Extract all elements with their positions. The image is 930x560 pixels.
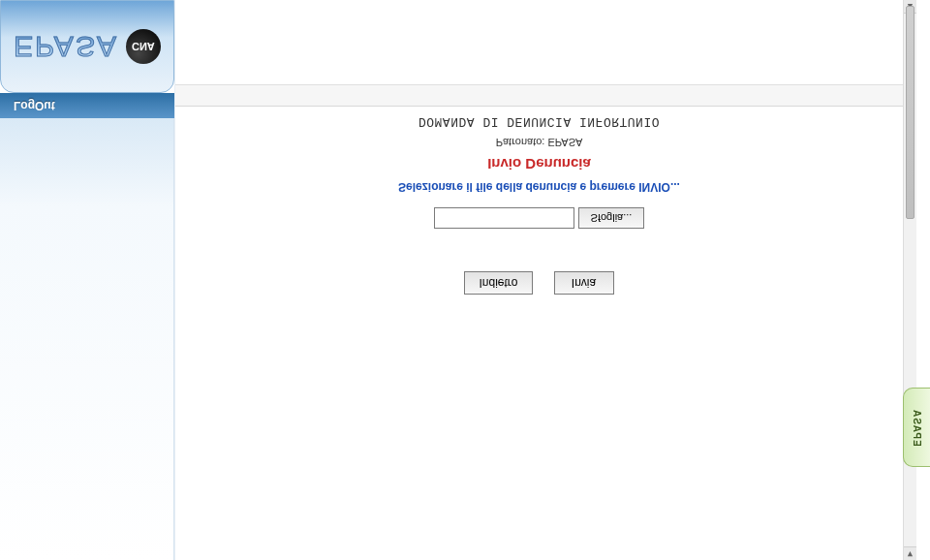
vertical-scrollbar[interactable]: ▲ ▼ <box>903 0 916 560</box>
side-tab[interactable]: EPASA <box>903 388 930 467</box>
patronato-label: Patronato <box>496 137 548 148</box>
send-button[interactable]: Invia <box>554 271 614 295</box>
section-title: Invio Denuncia <box>175 156 903 172</box>
header-strip-secondary <box>175 85 916 107</box>
scroll-down-arrow[interactable]: ▼ <box>904 546 916 560</box>
sidebar-body <box>0 118 174 560</box>
file-path-input[interactable] <box>434 207 574 229</box>
back-button[interactable]: Indietro <box>464 271 532 295</box>
main-panel: DOMANDA DI DENUNCIA INFORTUNIO Patronato… <box>174 0 916 560</box>
scroll-thumb[interactable] <box>906 6 914 219</box>
browse-button[interactable]: Sfoglia... <box>578 207 645 229</box>
sidebar: EPASA CNA LogOut <box>0 0 174 560</box>
brand-name: EPASA <box>14 30 118 63</box>
header-strip <box>175 0 916 85</box>
side-tab-label: EPASA <box>912 409 922 447</box>
partner-badge: CNA <box>126 29 161 64</box>
sidebar-nav: LogOut <box>0 93 174 118</box>
page-title: DOMANDA DI DENUNCIA INFORTUNIO <box>175 114 903 129</box>
patronato-value: EPASA <box>547 137 582 148</box>
button-row: Indietro Invia <box>175 271 903 295</box>
help-text: Selezionare il file della denuncia e pre… <box>175 180 903 194</box>
patronato-line: Patronato EPASA <box>175 137 903 148</box>
logout-link[interactable]: LogOut <box>14 99 55 112</box>
content: DOMANDA DI DENUNCIA INFORTUNIO Patronato… <box>175 107 903 560</box>
file-row: Sfoglia... <box>175 207 903 229</box>
brand-logo: EPASA CNA <box>0 0 174 93</box>
